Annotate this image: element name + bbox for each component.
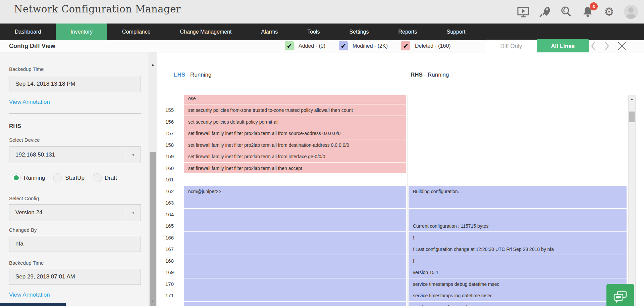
chevron-down-icon[interactable]: ▼ xyxy=(126,147,141,163)
radio-circle-draft[interactable] xyxy=(93,173,102,182)
diff-rhs-cell[interactable] xyxy=(409,209,627,221)
diff-rhs-cell[interactable] xyxy=(409,116,627,128)
nav-tab-settings[interactable]: Settings xyxy=(335,24,384,40)
rhs-section-heading: RHS xyxy=(9,123,21,130)
radio-circle-running[interactable] xyxy=(12,173,21,182)
diff-scrollbar-thumb[interactable] xyxy=(629,112,635,122)
diff-lhs-cell[interactable] xyxy=(184,244,406,255)
avatar[interactable] xyxy=(624,5,638,19)
radio-startup[interactable]: StartUp xyxy=(53,173,85,182)
diff-column-divider xyxy=(406,197,409,209)
diff-row-169: 169version 15.1 xyxy=(157,267,644,278)
diff-lhs-cell[interactable] xyxy=(184,302,406,306)
radio-running[interactable]: Running xyxy=(12,173,45,182)
lhs-backedup-time-field[interactable]: Sep 14, 2018 13:18 PM xyxy=(9,76,141,92)
diff-lhs-cell[interactable]: ncm@juniper2> xyxy=(184,186,406,198)
diff-rhs-cell[interactable]: Building configuration... xyxy=(409,186,627,198)
diff-lhs-cell[interactable] xyxy=(184,267,406,278)
diff-lhs-cell[interactable]: set security policies from-zone trusted … xyxy=(184,104,406,116)
scroll-up-icon[interactable]: ▲ xyxy=(629,97,635,101)
diff-lhs-cell[interactable] xyxy=(184,255,406,267)
presentation-icon[interactable] xyxy=(517,5,530,18)
diff-scrollbar[interactable]: ▲ xyxy=(628,95,636,306)
chevron-down-icon[interactable]: ▼ xyxy=(126,205,141,221)
diff-lhs-cell[interactable] xyxy=(184,278,406,290)
rhs-view-annotation-link[interactable]: View Annotation xyxy=(9,292,50,298)
bell-icon[interactable]: 3 xyxy=(581,5,594,18)
diff-rhs-cell[interactable] xyxy=(409,174,627,186)
nav-tab-inventory[interactable]: Inventory xyxy=(56,24,107,40)
diff-lhs-cell[interactable]: set security policies default-policy per… xyxy=(184,116,406,128)
diff-filters: ✔Added - (0)✔Modified - (2K)✔Deleted - (… xyxy=(285,41,459,50)
filter-red-checkbox[interactable]: ✔ xyxy=(401,41,410,50)
pager-controls xyxy=(590,41,627,51)
diff-lhs-cell[interactable] xyxy=(184,220,406,232)
diff-column-divider xyxy=(406,278,409,290)
diff-lhs-cell[interactable]: set firewall family inet filter pro2lab … xyxy=(184,139,406,151)
scroll-up-icon[interactable]: ▲ xyxy=(149,62,157,67)
chevron-left-icon[interactable] xyxy=(590,41,596,51)
diff-lhs-cell[interactable]: set firewall family inet filter pro2lab … xyxy=(184,151,406,163)
diff-lhs-cell[interactable] xyxy=(184,174,406,186)
sidebar-scrollbar-thumb[interactable] xyxy=(150,152,156,306)
diff-lhs-cell[interactable] xyxy=(184,209,406,221)
gear-icon[interactable]: ⚙ xyxy=(602,5,616,18)
rhs-pane-title: RHS - Running xyxy=(411,72,449,78)
scroll-down-icon[interactable]: ▼ xyxy=(149,299,157,303)
diff-lhs-cell[interactable]: set firewall family inet filter pro2lab … xyxy=(184,128,406,139)
all-lines-button[interactable]: All Lines xyxy=(537,39,589,54)
diff-line-number: 171 xyxy=(157,290,184,302)
diff-lhs-cell[interactable]: ose xyxy=(184,95,406,104)
diff-rhs-cell[interactable]: version 15.1 xyxy=(409,267,627,278)
diff-lhs-cell[interactable] xyxy=(184,290,406,302)
lhs-view-annotation-link[interactable]: View Annotation xyxy=(9,99,50,105)
diff-line-number: 169 xyxy=(157,267,184,278)
changed-by-field[interactable]: nfa xyxy=(9,236,141,252)
search-icon[interactable] xyxy=(559,5,573,18)
nav-tab-reports[interactable]: Reports xyxy=(383,24,432,40)
diff-rhs-cell[interactable] xyxy=(409,128,627,139)
device-select[interactable]: 192.168.50.131 ▼ xyxy=(9,146,141,163)
diff-rhs-cell[interactable]: ! xyxy=(409,232,627,244)
rocket-icon[interactable] xyxy=(538,5,551,18)
nav-tab-change-management[interactable]: Change Management xyxy=(165,24,247,40)
diff-rhs-cell[interactable]: service password-encryption xyxy=(409,302,627,306)
nav-tab-dashboard[interactable]: Dashboard xyxy=(0,24,56,40)
config-select[interactable]: Version 24 ▼ xyxy=(9,204,141,221)
diff-lhs-cell[interactable]: set firewall family inet filter pro2lab … xyxy=(184,163,406,174)
diff-rhs-cell[interactable] xyxy=(409,139,627,151)
diff-column-divider xyxy=(406,95,409,104)
config-type-radios: RunningStartUpDraft xyxy=(12,173,125,182)
rhs-backedup-time-field[interactable]: Sep 29, 2018 07:01 AM xyxy=(9,269,141,285)
diff-only-button[interactable]: Diff Only xyxy=(485,40,537,53)
diff-rhs-cell[interactable]: Current configuration : 115715 bytes xyxy=(409,220,627,232)
diff-lhs-cell[interactable] xyxy=(184,232,406,244)
diff-line-number: 158 xyxy=(157,139,184,151)
diff-rhs-cell[interactable] xyxy=(409,95,627,104)
chat-button[interactable] xyxy=(606,284,634,306)
diff-rhs-cell[interactable]: service timestamps log datetime msec xyxy=(409,290,627,302)
diff-line-number: 165 xyxy=(157,220,184,232)
diff-rhs-cell[interactable]: service timestamps debug datetime msec xyxy=(409,278,627,290)
diff-rhs-cell[interactable] xyxy=(409,163,627,174)
diff-rhs-cell[interactable]: ! xyxy=(409,255,627,267)
chevron-right-icon[interactable] xyxy=(604,41,610,51)
lhs-label[interactable]: LHS xyxy=(174,72,185,78)
diff-row-168: 168! xyxy=(157,255,644,267)
diff-rhs-cell[interactable] xyxy=(409,151,627,163)
radio-draft[interactable]: Draft xyxy=(93,173,117,182)
filter-green-checkbox[interactable]: ✔ xyxy=(285,41,294,50)
radio-circle-startup[interactable] xyxy=(53,173,62,182)
diff-rhs-cell[interactable] xyxy=(409,104,627,116)
filter-blue-checkbox[interactable]: ✔ xyxy=(339,41,348,50)
diff-rhs-cell[interactable] xyxy=(409,197,627,209)
nav-tab-compliance[interactable]: Compliance xyxy=(107,24,165,40)
sidebar-scrollbar[interactable]: ▲ ▼ xyxy=(149,52,157,306)
chat-bubbles-icon xyxy=(611,289,629,306)
diff-lhs-cell[interactable] xyxy=(184,197,406,209)
close-icon[interactable] xyxy=(617,41,627,51)
diff-rhs-cell[interactable]: ! Last configuration change at 12:20:30 … xyxy=(409,244,627,255)
nav-tab-alarms[interactable]: Alarms xyxy=(246,24,292,40)
nav-tab-tools[interactable]: Tools xyxy=(292,24,334,40)
nav-tab-support[interactable]: Support xyxy=(432,24,480,40)
